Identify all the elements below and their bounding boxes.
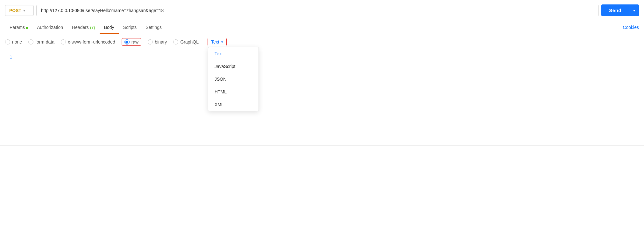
editor-content[interactable] [16,54,644,141]
radio-graphql-label: GraphQL [180,39,199,44]
radio-binary-circle [148,39,153,44]
tab-body[interactable]: Body [100,21,119,34]
format-option-text[interactable]: Text [208,47,258,60]
editor-area: 1 [0,50,644,146]
method-selector[interactable]: POST ▾ [5,5,34,16]
radio-form-data-label: form-data [35,39,54,44]
method-label: POST [9,8,21,13]
send-dropdown-button[interactable]: ▾ [629,4,639,16]
send-button[interactable]: Send [601,4,629,16]
radio-form-data-circle [28,39,33,44]
tab-params[interactable]: Params [5,21,32,34]
params-dot [26,27,28,29]
tab-scripts[interactable]: Scripts [119,21,141,34]
radio-url-encoded-circle [61,39,66,44]
radio-none[interactable]: none [5,39,22,44]
radio-url-encoded[interactable]: x-www-form-urlencoded [61,39,115,44]
url-bar: POST ▾ Send ▾ [0,0,644,21]
cookies-link[interactable]: Cookies [623,25,639,30]
tab-authorization[interactable]: Authorization [32,21,67,34]
body-options-row: none form-data x-www-form-urlencoded raw… [0,34,644,50]
radio-raw-box: raw [122,38,142,46]
tab-settings[interactable]: Settings [141,21,166,34]
format-dropdown-wrapper: Text ▾ Text JavaScript JSON HTML XML [208,38,227,46]
radio-form-data[interactable]: form-data [28,39,54,44]
format-option-xml[interactable]: XML [208,98,258,111]
radio-url-encoded-label: x-www-form-urlencoded [68,39,115,44]
radio-raw-label: raw [131,39,139,44]
radio-binary-label: binary [155,39,167,44]
format-selected-label: Text [211,39,219,44]
radio-graphql-circle [173,39,178,44]
format-option-javascript[interactable]: JavaScript [208,60,258,73]
method-chevron-icon: ▾ [23,8,25,13]
radio-none-label: none [12,39,22,44]
format-chevron-icon: ▾ [221,40,223,44]
send-btn-group: Send ▾ [601,4,639,16]
tab-bar: Params Authorization Headers (7) Body Sc… [0,21,644,34]
format-dropdown-menu: Text JavaScript JSON HTML XML [208,47,259,111]
radio-graphql[interactable]: GraphQL [173,39,199,44]
format-option-json[interactable]: JSON [208,73,258,85]
line-numbers: 1 [0,54,16,141]
line-number-1: 1 [0,55,12,59]
url-input[interactable] [36,5,599,16]
radio-none-circle [5,39,10,44]
radio-binary[interactable]: binary [148,39,167,44]
tab-headers[interactable]: Headers (7) [67,21,100,34]
format-dropdown-button[interactable]: Text ▾ [208,38,226,46]
format-option-html[interactable]: HTML [208,85,258,98]
radio-raw-circle [124,39,130,44]
radio-raw[interactable]: raw [124,39,139,44]
